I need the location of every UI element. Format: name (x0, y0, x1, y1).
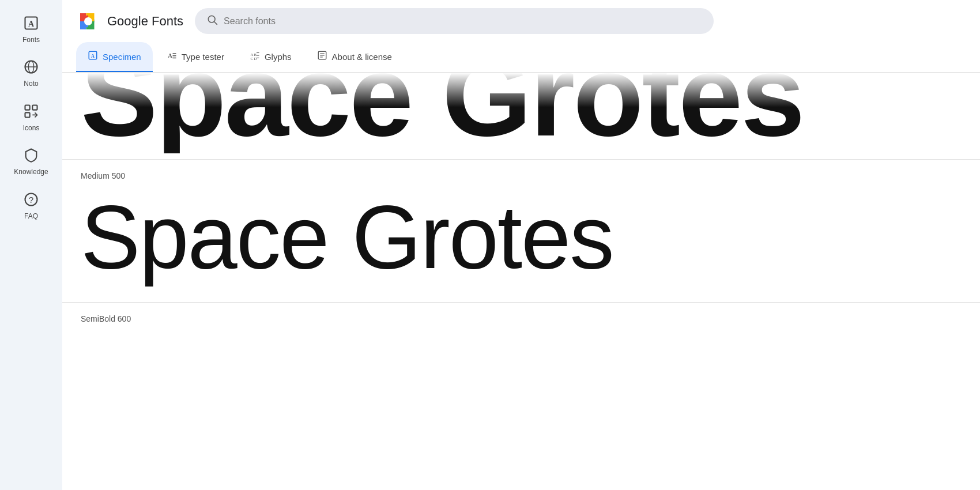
sidebar-item-fonts[interactable]: A Fonts (5, 7, 57, 48)
noto-icon (21, 56, 42, 77)
sidebar-item-faq[interactable]: ? FAQ (5, 183, 57, 225)
tab-type-tester-label: Type tester (182, 52, 224, 62)
svg-rect-5 (25, 105, 30, 110)
top-font-section: Space Grotes (62, 73, 980, 160)
tab-specimen[interactable]: A Specimen (76, 42, 153, 72)
svg-text:A: A (250, 52, 253, 56)
sidebar-faq-label: FAQ (24, 212, 38, 220)
svg-text:C: C (250, 56, 253, 61)
top-font-display: Space Grotes (62, 73, 980, 153)
search-input[interactable] (224, 16, 702, 27)
svg-rect-6 (32, 105, 37, 110)
knowledge-icon (21, 145, 42, 165)
svg-text:D: D (254, 56, 257, 61)
google-logo-icon (76, 9, 100, 33)
semibold-label: SemiBold 600 (62, 303, 980, 328)
about-tab-icon (317, 50, 327, 63)
medium-label: Medium 500 (62, 160, 980, 185)
sidebar-item-icons[interactable]: Icons (5, 95, 57, 137)
svg-text:?: ? (29, 194, 33, 204)
tab-about-label: About & license (332, 52, 392, 62)
svg-text:A: A (91, 54, 95, 59)
sidebar-noto-label: Noto (24, 80, 38, 88)
sidebar-item-noto[interactable]: Noto (5, 51, 57, 92)
fonts-icon: A (21, 13, 42, 33)
semibold-font-section: SemiBold 600 (62, 303, 980, 328)
svg-text:A: A (168, 52, 172, 59)
specimen-tab-icon: A (88, 50, 98, 63)
tab-specimen-label: Specimen (103, 52, 141, 62)
sidebar-fonts-label: Fonts (22, 36, 40, 44)
type-tester-tab-icon: A (167, 50, 177, 63)
sidebar-item-knowledge[interactable]: Knowledge (5, 139, 57, 180)
site-title: Google Fonts (107, 14, 183, 29)
svg-text:A: A (28, 20, 35, 28)
glyphs-tab-icon: A B C D (250, 50, 260, 63)
tab-about[interactable]: About & license (306, 42, 404, 72)
svg-text:B: B (254, 52, 257, 56)
search-bar[interactable] (195, 8, 714, 34)
sidebar-knowledge-label: Knowledge (14, 168, 48, 176)
tabs-nav: A Specimen A Type tester A B C (62, 42, 980, 73)
medium-font-display: Space Grotes (62, 185, 980, 302)
svg-line-16 (214, 22, 217, 25)
main-content: Google Fonts A Specimen (62, 0, 980, 490)
tab-type-tester[interactable]: A Type tester (155, 42, 236, 72)
icons-icon (21, 101, 42, 122)
logo-area: Google Fonts (76, 9, 183, 33)
search-icon (206, 14, 218, 28)
tab-glyphs-label: Glyphs (265, 52, 292, 62)
svg-rect-7 (25, 112, 30, 117)
medium-font-section: Medium 500 Space Grotes (62, 160, 980, 303)
content-area: Space Grotes Medium 500 Space Grotes Sem… (62, 73, 980, 490)
sidebar: A Fonts Noto Icons (0, 0, 62, 490)
faq-icon: ? (21, 189, 42, 210)
tab-glyphs[interactable]: A B C D Glyphs (238, 42, 303, 72)
sidebar-icons-label: Icons (23, 124, 40, 132)
topbar: Google Fonts (62, 0, 980, 42)
